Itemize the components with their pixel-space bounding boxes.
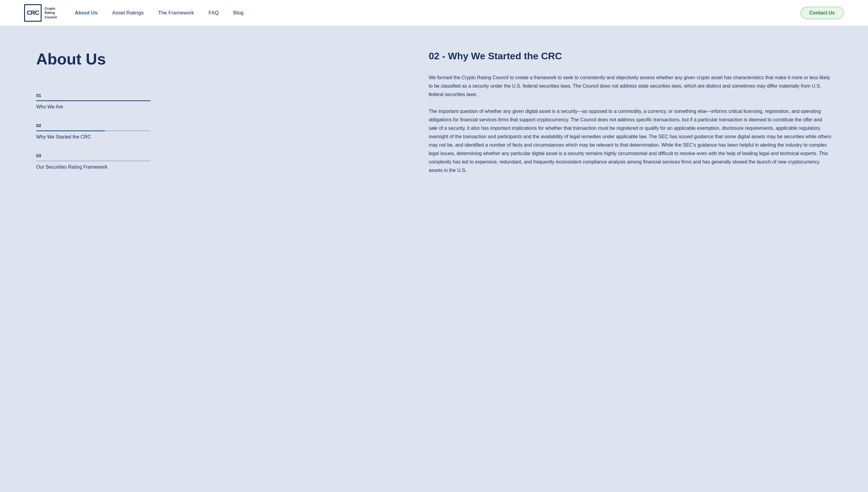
article-paragraph-1: We formed the Crypto Rating Council to c… (428, 73, 832, 99)
section-number-02: 02 (36, 123, 398, 128)
navbar-left: CRC Crypto Rating Council About Us Asset… (24, 4, 243, 22)
progress-bar-fill-02 (36, 130, 105, 131)
contact-us-button[interactable]: Contact Us (800, 7, 844, 19)
nav-item-asset-ratings[interactable]: Asset Ratings (112, 10, 144, 16)
progress-bar-fill-01 (36, 100, 151, 101)
progress-bar-03 (36, 161, 151, 162)
section-item-01[interactable]: 01 Who We Are (36, 86, 398, 116)
right-panel: 02 - Why We Started the CRC We formed th… (417, 26, 868, 492)
nav-link-about-us[interactable]: About Us (75, 10, 98, 16)
nav-item-blog[interactable]: Blog (233, 10, 243, 16)
page-title: About Us (36, 50, 398, 68)
logo[interactable]: CRC Crypto Rating Council (24, 4, 57, 22)
nav-item-the-framework[interactable]: The Framework (158, 10, 194, 16)
main-content: About Us 01 Who We Are 02 Why We Started… (0, 26, 868, 492)
progress-bar-01 (36, 100, 151, 101)
section-label-01: Who We Are (36, 104, 398, 109)
section-label-02: Why We Started the CRC (36, 134, 398, 140)
section-number-03: 03 (36, 153, 398, 158)
section-number-01: 01 (36, 93, 398, 98)
nav-item-about-us[interactable]: About Us (75, 10, 98, 16)
article-paragraph-2: The important question of whether any gi… (428, 107, 832, 175)
progress-bar-02 (36, 130, 151, 131)
nav-link-the-framework[interactable]: The Framework (158, 10, 194, 16)
nav-link-faq[interactable]: FAQ (209, 10, 219, 16)
nav-links: About Us Asset Ratings The Framework FAQ… (75, 10, 243, 16)
section-item-02[interactable]: 02 Why We Started the CRC (36, 116, 398, 146)
logo-text: Crypto Rating Council (45, 6, 57, 19)
nav-link-asset-ratings[interactable]: Asset Ratings (112, 10, 144, 16)
nav-item-faq[interactable]: FAQ (209, 10, 219, 16)
section-item-03[interactable]: 03 Our Securities Rating Framework (36, 146, 398, 176)
article-body: We formed the Crypto Rating Council to c… (428, 73, 832, 175)
section-list: 01 Who We Are 02 Why We Started the CRC … (36, 86, 398, 176)
navbar: CRC Crypto Rating Council About Us Asset… (0, 0, 868, 26)
article-title: 02 - Why We Started the CRC (428, 50, 832, 63)
nav-link-blog[interactable]: Blog (233, 10, 243, 16)
section-label-03: Our Securities Rating Framework (36, 165, 398, 170)
left-panel: About Us 01 Who We Are 02 Why We Started… (0, 26, 417, 492)
logo-mark: CRC (24, 4, 42, 22)
